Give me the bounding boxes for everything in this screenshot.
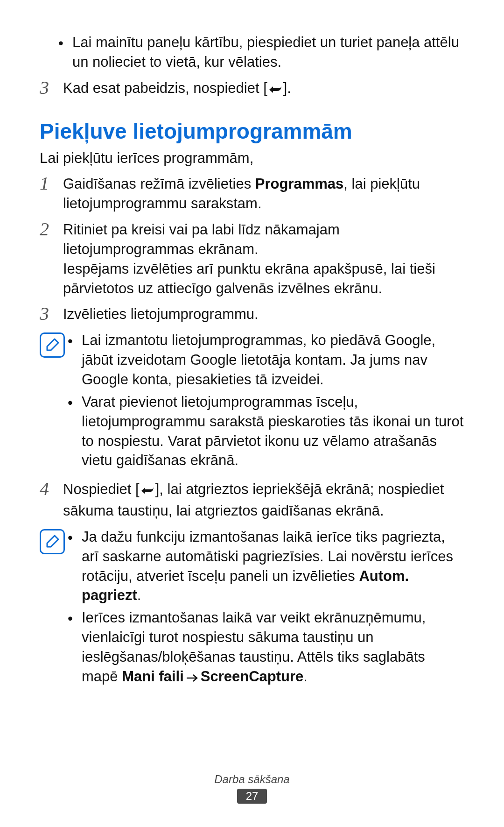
footer-page-wrap: 27: [0, 789, 504, 804]
step-1: 1 Gaidīšanas režīmā izvēlieties Programm…: [40, 174, 464, 213]
step-3-top: 3 Kad esat pabeidzis, nospiediet [].: [40, 78, 464, 100]
page-number-badge: 27: [237, 789, 267, 804]
page-footer: Darba sākšana 27: [0, 773, 504, 804]
step3-text-b: ].: [283, 80, 291, 96]
step-number: 2: [40, 220, 63, 298]
note1-bullet-2: Varat pievienot lietojumprogrammas īsceļ…: [68, 392, 464, 470]
step4-a: Nospiediet [: [63, 481, 140, 497]
arrow-right-icon: [186, 668, 199, 688]
note-icon-column: [40, 331, 68, 473]
step-3: 3 Izvēlieties lietojumprogrammu.: [40, 304, 464, 324]
step-body: Kad esat pabeidzis, nospiediet [].: [63, 78, 464, 100]
footer-section-name: Darba sākšana: [0, 773, 504, 786]
back-icon: [267, 80, 283, 100]
bullet-icon: [68, 331, 82, 389]
bullet-icon: [68, 608, 82, 687]
step-body: Ritiniet pa kreisi vai pa labi līdz nāka…: [63, 220, 464, 298]
note2-bullet-2: Ierīces izmantošanas laikā var veikt ekr…: [68, 608, 464, 687]
note2-b2-text: Ierīces izmantošanas laikā var veikt ekr…: [82, 608, 464, 687]
step3-text-a: Kad esat pabeidzis, nospiediet [: [63, 80, 267, 96]
note2-bullet-1: Ja dažu funkciju izmantošanas laikā ierī…: [68, 527, 464, 605]
note1-b2-text: Varat pievienot lietojumprogrammas īsceļ…: [82, 392, 464, 470]
note-block-2: Ja dažu funkciju izmantošanas laikā ierī…: [40, 527, 464, 691]
step-2: 2 Ritiniet pa kreisi vai pa labi līdz nā…: [40, 220, 464, 298]
note-body: Ja dažu funkciju izmantošanas laikā ierī…: [68, 527, 464, 691]
step-number: 3: [40, 304, 63, 324]
step-body: Izvēlieties lietojumprogrammu.: [63, 304, 464, 324]
step-body: Gaidīšanas režīmā izvēlieties Programmas…: [63, 174, 464, 213]
back-icon: [140, 481, 155, 501]
step1-bold: Programmas: [255, 176, 344, 192]
intro-text: Lai piekļūtu ierīces programmām,: [40, 148, 464, 168]
note-icon: [40, 529, 65, 554]
step2-p1: Ritiniet pa kreisi vai pa labi līdz nāka…: [63, 220, 464, 259]
step-4: 4 Nospiediet [], lai atgrieztos iepriekš…: [40, 480, 464, 521]
step-number: 1: [40, 174, 63, 213]
note-icon: [40, 332, 65, 358]
note-icon-column: [40, 527, 68, 691]
step-number: 4: [40, 480, 63, 521]
top-bullet-text: Lai mainītu paneļu kārtību, piespiediet …: [72, 33, 464, 72]
top-bullet-row: Lai mainītu paneļu kārtību, piespiediet …: [58, 33, 464, 72]
note1-b1-text: Lai izmantotu lietojumprogrammas, ko pie…: [82, 331, 464, 389]
note1-bullet-1: Lai izmantotu lietojumprogrammas, ko pie…: [68, 331, 464, 389]
section-title: Piekļuve lietojumprogrammām: [40, 119, 464, 144]
step2-p2: Iespējams izvēlēties arī punktu ekrāna a…: [63, 259, 464, 298]
page: Lai mainītu paneļu kārtību, piespiediet …: [0, 0, 504, 827]
note-block-1: Lai izmantotu lietojumprogrammas, ko pie…: [40, 331, 464, 473]
note2-b1-b: .: [137, 587, 141, 603]
step-number: 3: [40, 78, 63, 100]
note2-b1-text: Ja dažu funkciju izmantošanas laikā ierī…: [82, 527, 464, 605]
step1-a: Gaidīšanas režīmā izvēlieties: [63, 176, 255, 192]
bullet-icon: [68, 527, 82, 605]
note2-b2-b: .: [303, 668, 308, 685]
note-body: Lai izmantotu lietojumprogrammas, ko pie…: [68, 331, 464, 473]
note2-b2-bold2: ScreenCapture: [201, 668, 304, 685]
bullet-icon: [68, 392, 82, 470]
step-body: Nospiediet [], lai atgrieztos iepriekšēj…: [63, 480, 464, 521]
note2-b2-bold1: Mani faili: [122, 668, 184, 685]
bullet-icon: [58, 33, 72, 72]
